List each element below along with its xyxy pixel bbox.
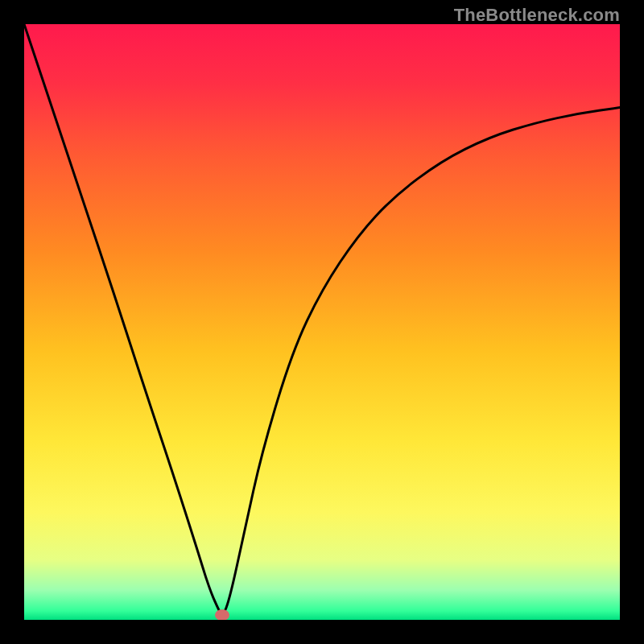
plot-area — [24, 24, 620, 620]
optimal-point-marker — [215, 609, 229, 620]
bottleneck-curve — [24, 24, 620, 620]
chart-frame: TheBottleneck.com — [0, 0, 644, 644]
watermark-text: TheBottleneck.com — [454, 5, 620, 26]
